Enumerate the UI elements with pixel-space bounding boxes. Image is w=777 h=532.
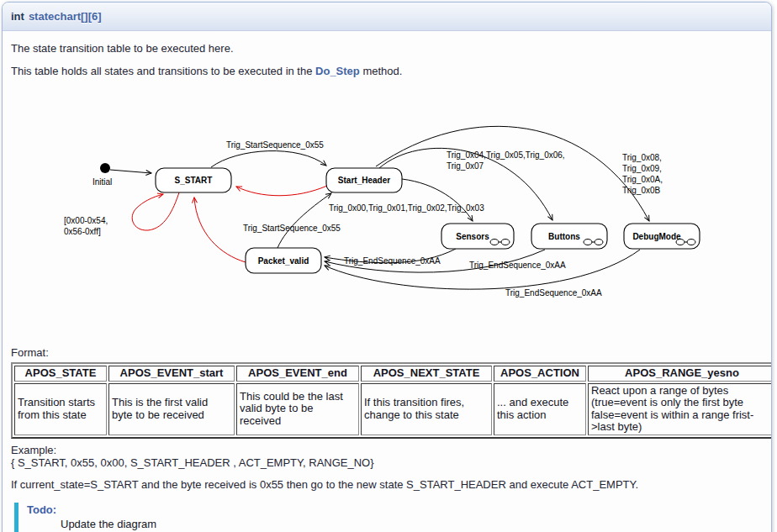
- edge-label: 0x56-0xff]: [64, 227, 101, 236]
- table-cell: ... and execute this action: [494, 383, 586, 435]
- table-header-cell: APOS_STATE: [14, 366, 107, 382]
- state-label-S_START: S_START: [175, 176, 213, 185]
- self-loop-icon: [501, 240, 510, 245]
- edge-label: Trig_StartSequence_0x55: [243, 224, 341, 233]
- example-label: Example:: [11, 444, 763, 456]
- format-table: APOS_STATEAPOS_EVENT_startAPOS_EVENT_end…: [11, 362, 772, 439]
- state-label-Packet_valid: Packet_valid: [258, 256, 309, 266]
- edge-label: Initial: [92, 177, 112, 187]
- state-label-Sensors: Sensors: [456, 232, 489, 241]
- self-loop-icon: [595, 240, 603, 245]
- table-header-cell: APOS_NEXT_STATE: [361, 366, 492, 382]
- edge-label: Trig_0x0A,: [622, 175, 663, 184]
- do-step-link[interactable]: Do_Step: [315, 65, 360, 77]
- member-title-bar: intstatechart[][6]: [3, 3, 771, 31]
- self-loop-icon: [584, 240, 592, 245]
- statechart-diagram: S_STARTStart_HeaderSensorsButtonsDebugMo…: [11, 84, 770, 333]
- initial-state-dot: [100, 163, 110, 173]
- member-type: int: [11, 10, 24, 23]
- description-line-2-suffix: method.: [360, 65, 403, 77]
- member-name: statechart: [29, 10, 81, 23]
- edge-label: Trig_0x07: [447, 161, 484, 171]
- transition-edge-packet_valid-to-s_start-red: [194, 198, 246, 262]
- example-code: { S_START, 0x55, 0x00, S_START_HEADER , …: [11, 456, 763, 469]
- diagram-edge-labels: Trig_StartSequence_0x55Trig_0x04,Trig_0x…: [64, 140, 663, 298]
- transition-edge-s_start-to-start_header: [211, 151, 326, 167]
- member-documentation: The state transition table to be execute…: [3, 42, 771, 532]
- state-label-DebugMode: DebugMode: [632, 232, 681, 241]
- table-header-cell: APOS_EVENT_start: [108, 366, 235, 382]
- member-item-statechart: intstatechart[][6] The state transition …: [2, 2, 772, 532]
- todo-label: Todo:: [27, 503, 763, 516]
- table-header-row: APOS_STATEAPOS_EVENT_startAPOS_EVENT_end…: [14, 366, 772, 382]
- table-header-cell: APOS_RANGE_yesno: [588, 366, 772, 382]
- table-body-row: Transition starts from this stateThis is…: [14, 383, 772, 435]
- transition-edge-initial-to-s_start: [110, 170, 151, 173]
- state-label-Buttons: Buttons: [548, 232, 580, 241]
- edge-label: Trig_EndSequence_0xAA: [469, 261, 566, 270]
- description-line-2: This table holds all states and transiti…: [11, 65, 763, 78]
- edge-label: Trig_0x0B: [622, 186, 661, 195]
- self-loop-icon: [676, 240, 684, 245]
- table-cell: React upon a range of bytes (true=event …: [588, 383, 772, 435]
- description-line-1: The state transition table to be execute…: [11, 42, 763, 55]
- todo-text: Update the diagram: [61, 518, 763, 530]
- edge-label: Trig_0x08,: [622, 153, 662, 162]
- transition-edge-packet_valid-to-start_header: [278, 193, 331, 248]
- todo-section: Todo: Update the diagram: [14, 503, 763, 532]
- format-label: Format:: [11, 346, 763, 360]
- self-loop-icon: [687, 240, 695, 245]
- self-loop-icon: [490, 240, 499, 245]
- table-cell: This is the first valid byte to be recei…: [108, 383, 235, 435]
- edge-label: Trig_0x09,: [622, 164, 662, 173]
- edge-label: [0x00-0x54,: [64, 216, 108, 225]
- edge-label: Trig_EndSequence_0xAA: [344, 256, 441, 266]
- state-label-Start_Header: Start_Header: [338, 176, 390, 185]
- edge-label: Trig_0x00,Trig_0x01,Trig_0x02,Trig_0x03: [329, 203, 484, 213]
- description-line-2-prefix: This table holds all states and transiti…: [11, 65, 315, 77]
- transition-edge-start_header-to-s_start-red: [236, 186, 327, 196]
- table-header-cell: APOS_EVENT_end: [236, 366, 359, 382]
- table-cell: If this transition fires, change to this…: [361, 383, 492, 435]
- transition-edge-s_start-self-loop-red: [132, 192, 179, 230]
- statechart-diagram-svg: S_STARTStart_HeaderSensorsButtonsDebugMo…: [11, 84, 770, 333]
- example-explanation: If current_state=S_START and the byte re…: [11, 478, 763, 492]
- transition-edge-start_header-to-sensors: [402, 179, 473, 221]
- table-header-cell: APOS_ACTION: [494, 366, 586, 382]
- member-array-suffix: [][6]: [81, 10, 102, 23]
- edge-label: Trig_EndSequence_0xAA: [505, 288, 602, 298]
- edge-label: Trig_0x04,Trig_0x05,Trig_0x06,: [447, 150, 565, 160]
- table-cell: Transition starts from this state: [14, 383, 107, 435]
- table-cell: This could be the last valid byte to be …: [236, 383, 359, 435]
- edge-label: Trig_StartSequence_0x55: [226, 140, 324, 150]
